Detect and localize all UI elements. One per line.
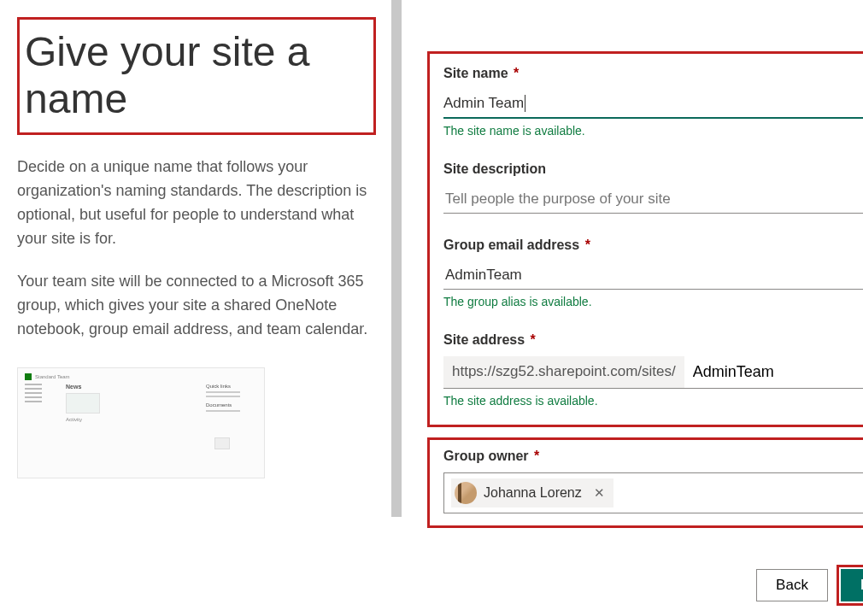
group-owner-field[interactable]: Johanna Lorenz ✕: [443, 472, 863, 513]
site-address-validation: The site address is available.: [443, 394, 863, 408]
group-owner-label: Group owner *: [443, 449, 863, 464]
site-desc-group: Site description: [443, 161, 863, 214]
avatar: [455, 482, 477, 504]
group-email-validation: The group alias is available.: [443, 295, 863, 308]
site-name-validation: The site name is available.: [443, 124, 863, 138]
scrollbar[interactable]: [391, 0, 402, 517]
group-email-input[interactable]: [443, 261, 863, 290]
site-preview-thumbnail: Standard Team News Activity Quick links …: [17, 367, 265, 478]
owner-chip: Johanna Lorenz ✕: [451, 478, 613, 507]
group-email-label: Group email address *: [443, 238, 863, 253]
form-highlight: Site name * Admin Team The site name is …: [427, 51, 863, 427]
site-name-group: Site name * Admin Team The site name is …: [443, 66, 863, 138]
owner-name: Johanna Lorenz: [484, 485, 582, 501]
site-desc-label: Site description: [443, 161, 863, 177]
description-2: Your team site will be connected to a Mi…: [17, 270, 376, 342]
owner-highlight: Group owner * Johanna Lorenz ✕: [427, 437, 863, 528]
next-button[interactable]: Next: [841, 569, 863, 601]
remove-owner-icon[interactable]: ✕: [594, 485, 605, 501]
site-address-prefix: https://szg52.sharepoint.com/sites/: [443, 356, 684, 388]
site-address-label: Site address *: [443, 332, 863, 348]
next-highlight: Next: [837, 565, 863, 606]
site-address-group: Site address * https://szg52.sharepoint.…: [443, 332, 863, 408]
title-highlight: Give your site a name: [17, 17, 376, 135]
back-button[interactable]: Back: [756, 569, 828, 601]
group-email-group: Group email address * The group alias is…: [443, 238, 863, 308]
description-1: Decide on a unique name that follows you…: [17, 155, 376, 251]
page-title: Give your site a name: [25, 28, 361, 122]
site-name-label: Site name *: [443, 66, 863, 81]
site-name-value[interactable]: Admin Team: [443, 90, 524, 117]
site-desc-input[interactable]: [443, 185, 863, 214]
site-address-input[interactable]: [684, 356, 863, 388]
footer-buttons: Back Next: [756, 565, 863, 606]
